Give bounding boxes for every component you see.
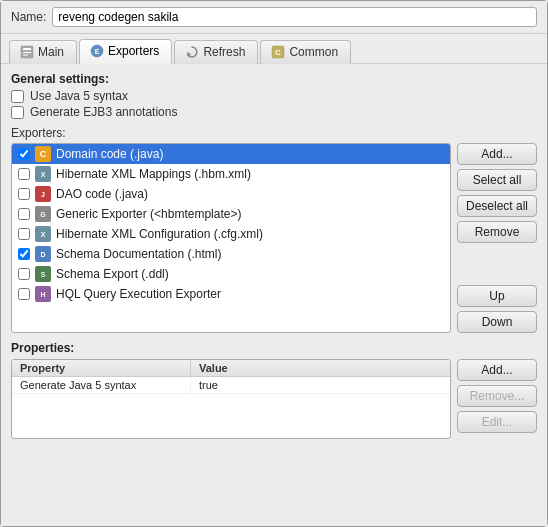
col-value: Value: [191, 360, 450, 376]
exporter-item[interactable]: SSchema Export (.ddl): [12, 264, 450, 284]
tab-main-label: Main: [38, 45, 64, 59]
remove-exporter-button[interactable]: Remove: [457, 221, 537, 243]
ejb3-row: Generate EJB3 annotations: [11, 104, 537, 120]
exporter-item[interactable]: XHibernate XML Configuration (.cfg.xml): [12, 224, 450, 244]
exporter-checkbox[interactable]: [18, 148, 30, 160]
c-icon: C: [35, 146, 51, 162]
java5-checkbox[interactable]: [11, 90, 24, 103]
prop-buttons: Add... Remove... Edit...: [457, 359, 537, 439]
property-cell: Generate Java 5 syntax: [12, 377, 191, 393]
name-bar: Name:: [1, 1, 547, 34]
xml-icon: X: [35, 226, 51, 242]
svg-text:E: E: [95, 48, 100, 55]
exporter-label: Schema Export (.ddl): [56, 267, 169, 281]
exporter-item[interactable]: DSchema Documentation (.html): [12, 244, 450, 264]
general-settings-label: General settings:: [11, 72, 537, 86]
generic-icon: G: [35, 206, 51, 222]
exporter-label: Domain code (.java): [56, 147, 163, 161]
properties-label: Properties:: [11, 341, 537, 355]
select-all-button[interactable]: Select all: [457, 169, 537, 191]
exporters-container: CDomain code (.java)XHibernate XML Mappi…: [11, 143, 537, 333]
exporter-label: Hibernate XML Mappings (.hbm.xml): [56, 167, 251, 181]
ddl-icon: S: [35, 266, 51, 282]
up-button[interactable]: Up: [457, 285, 537, 307]
exporter-item[interactable]: HHQL Query Execution Exporter: [12, 284, 450, 304]
edit-property-button[interactable]: Edit...: [457, 411, 537, 433]
exporter-item[interactable]: CDomain code (.java): [12, 144, 450, 164]
ejb3-label: Generate EJB3 annotations: [30, 105, 177, 119]
exporters-section: Exporters: CDomain code (.java)XHibernat…: [11, 126, 537, 333]
properties-container: Property Value Generate Java 5 syntaxtru…: [11, 359, 537, 439]
tab-refresh-label: Refresh: [203, 45, 245, 59]
hql-icon: H: [35, 286, 51, 302]
doc-icon: D: [35, 246, 51, 262]
exporters-buttons: Add... Select all Deselect all Remove Up…: [457, 143, 537, 333]
svg-rect-1: [23, 48, 31, 50]
tab-main[interactable]: Main: [9, 40, 77, 64]
tab-exporters[interactable]: E Exporters: [79, 39, 172, 64]
table-row[interactable]: Generate Java 5 syntaxtrue: [12, 377, 450, 394]
exporters-label: Exporters:: [11, 126, 537, 140]
exporters-list[interactable]: CDomain code (.java)XHibernate XML Mappi…: [11, 143, 451, 333]
add-property-button[interactable]: Add...: [457, 359, 537, 381]
properties-section: Properties: Property Value Generate Java…: [11, 341, 537, 439]
exporter-label: Schema Documentation (.html): [56, 247, 221, 261]
exporter-label: HQL Query Execution Exporter: [56, 287, 221, 301]
exporter-checkbox[interactable]: [18, 268, 30, 280]
svg-rect-2: [23, 52, 31, 53]
properties-rows: Generate Java 5 syntaxtrue: [12, 377, 450, 394]
tab-refresh[interactable]: Refresh: [174, 40, 258, 64]
java5-row: Use Java 5 syntax: [11, 88, 537, 104]
deselect-all-button[interactable]: Deselect all: [457, 195, 537, 217]
java5-label: Use Java 5 syntax: [30, 89, 128, 103]
exporter-checkbox[interactable]: [18, 208, 30, 220]
svg-marker-6: [188, 51, 192, 56]
exporter-label: DAO code (.java): [56, 187, 148, 201]
tab-exporters-label: Exporters: [108, 44, 159, 58]
properties-table: Property Value Generate Java 5 syntaxtru…: [11, 359, 451, 439]
general-settings-section: General settings: Use Java 5 syntax Gene…: [11, 72, 537, 120]
exporter-label: Generic Exporter (<hbmtemplate>): [56, 207, 241, 221]
exporter-checkbox[interactable]: [18, 228, 30, 240]
exporter-label: Hibernate XML Configuration (.cfg.xml): [56, 227, 263, 241]
exporter-item[interactable]: XHibernate XML Mappings (.hbm.xml): [12, 164, 450, 184]
exporters-icon: E: [90, 44, 104, 58]
add-exporter-button[interactable]: Add...: [457, 143, 537, 165]
exporter-item[interactable]: GGeneric Exporter (<hbmtemplate>): [12, 204, 450, 224]
xml-icon: X: [35, 166, 51, 182]
ejb3-checkbox[interactable]: [11, 106, 24, 119]
exporter-item[interactable]: JDAO code (.java): [12, 184, 450, 204]
name-label: Name:: [11, 10, 46, 24]
svg-rect-3: [23, 54, 28, 55]
tab-common-label: Common: [289, 45, 338, 59]
exporter-checkbox[interactable]: [18, 168, 30, 180]
main-icon: [20, 45, 34, 59]
common-icon: C: [271, 45, 285, 59]
content-area: General settings: Use Java 5 syntax Gene…: [1, 64, 547, 526]
tab-common[interactable]: C Common: [260, 40, 351, 64]
refresh-icon: [185, 45, 199, 59]
svg-text:C: C: [276, 48, 282, 57]
exporter-checkbox[interactable]: [18, 188, 30, 200]
exporter-checkbox[interactable]: [18, 288, 30, 300]
value-cell: true: [191, 377, 450, 393]
exporter-checkbox[interactable]: [18, 248, 30, 260]
remove-property-button[interactable]: Remove...: [457, 385, 537, 407]
down-button[interactable]: Down: [457, 311, 537, 333]
table-header: Property Value: [12, 360, 450, 377]
tabs-bar: Main E Exporters Refresh: [1, 34, 547, 64]
name-input[interactable]: [52, 7, 537, 27]
col-property: Property: [12, 360, 191, 376]
main-window: Name: Main E Exporters: [0, 0, 548, 527]
java-icon: J: [35, 186, 51, 202]
